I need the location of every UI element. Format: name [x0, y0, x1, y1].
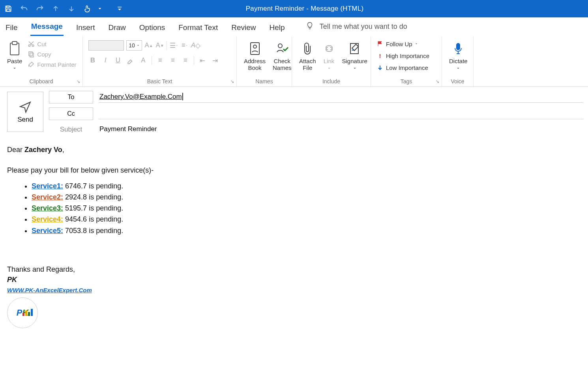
increase-font-icon[interactable]: A▲ — [144, 41, 153, 50]
down-icon[interactable] — [67, 4, 76, 13]
low-importance-button[interactable]: Low Importance — [375, 63, 431, 72]
tab-message[interactable]: Message — [30, 21, 64, 36]
scissors-icon — [28, 40, 35, 47]
copy-button[interactable]: Copy — [26, 50, 78, 58]
decrease-font-icon[interactable]: A▼ — [155, 41, 164, 50]
redo-icon[interactable] — [36, 4, 44, 13]
dialog-launcher-icon[interactable]: ↘ — [436, 79, 439, 84]
svg-point-11 — [278, 44, 282, 48]
high-importance-button[interactable]: ! High Importance — [375, 51, 431, 60]
arrow-down-icon — [376, 64, 384, 71]
tell-me-placeholder: Tell me what you want to do — [320, 23, 407, 31]
chevron-down-icon — [327, 64, 331, 71]
link-icon — [323, 40, 335, 57]
align-left-icon[interactable]: ≡ — [156, 56, 165, 65]
address-book-label: Address Book — [244, 58, 266, 71]
tab-options[interactable]: Options — [139, 23, 166, 36]
follow-up-button[interactable]: Follow Up — [375, 39, 431, 48]
group-basic-text: 10 A▲ A▼ ☰ ≡ A◇ B I U A ≡ ≡ ≡ ⇤ ⇥ — [83, 36, 237, 86]
bold-icon[interactable]: B — [88, 56, 97, 65]
align-center-icon[interactable]: ≡ — [169, 56, 177, 65]
font-name-dropdown[interactable] — [88, 40, 124, 51]
format-painter-button[interactable]: Format Painter — [26, 60, 78, 69]
service-value: 6746.7 is pending. — [65, 182, 123, 190]
tab-review[interactable]: Review — [230, 23, 257, 36]
signature-label: Signature — [342, 58, 367, 64]
format-painter-label: Format Painter — [37, 61, 76, 68]
chevron-down-icon[interactable] — [96, 4, 104, 13]
signature-url[interactable]: WWW.PK-AnExcelExpert.Com — [7, 287, 92, 293]
touch-mode-icon[interactable] — [83, 4, 92, 13]
service-label: Service1: — [32, 182, 63, 190]
subject-field[interactable]: Payment Reminder — [99, 124, 583, 135]
check-names-label: Check Names — [273, 58, 292, 71]
increase-indent-icon[interactable]: ⇥ — [211, 56, 219, 65]
paste-button[interactable]: Paste — [4, 39, 25, 73]
dictate-button[interactable]: Dictate — [446, 39, 471, 73]
dialog-launcher-icon[interactable]: ↘ — [230, 79, 234, 84]
svg-rect-7 — [29, 52, 32, 56]
group-label-basic-text: Basic Text — [147, 78, 172, 85]
window-title: Payment Reminder - Message (HTML) — [124, 5, 485, 13]
italic-icon[interactable]: I — [101, 56, 110, 65]
check-names-button[interactable]: Check Names — [270, 39, 295, 73]
follow-up-label: Follow Up — [386, 41, 412, 47]
align-right-icon[interactable]: ≡ — [181, 56, 190, 65]
tab-help[interactable]: Help — [269, 23, 286, 36]
qat-customize-icon[interactable] — [115, 4, 124, 13]
svg-rect-13 — [457, 43, 460, 50]
tab-format-text[interactable]: Format Text — [178, 23, 219, 36]
to-button[interactable]: To — [49, 91, 93, 103]
paperclip-icon — [302, 40, 313, 57]
cut-button[interactable]: Cut — [26, 39, 78, 48]
quick-access-toolbar — [4, 4, 124, 13]
link-button[interactable]: Link — [320, 39, 338, 73]
decrease-indent-icon[interactable]: ⇤ — [198, 56, 207, 65]
undo-icon[interactable] — [20, 4, 28, 13]
svg-rect-0 — [7, 6, 9, 8]
attach-file-label: Attach File — [299, 58, 316, 71]
bullets-icon[interactable]: ☰ — [169, 41, 178, 50]
numbering-icon[interactable]: ≡ — [180, 41, 189, 50]
paste-icon — [8, 40, 21, 57]
group-label-voice: Voice — [451, 78, 464, 85]
regards-line: Thanks and Regards, — [7, 264, 579, 274]
cc-button[interactable]: Cc — [49, 107, 93, 120]
tab-insert[interactable]: Insert — [75, 23, 96, 36]
svg-point-10 — [253, 45, 257, 48]
save-icon[interactable] — [4, 4, 13, 13]
tell-me-search[interactable]: Tell me what you want to do — [305, 21, 407, 36]
tab-draw[interactable]: Draw — [107, 23, 126, 36]
underline-icon[interactable]: U — [114, 56, 122, 65]
send-label: Send — [17, 116, 33, 124]
clear-format-icon[interactable]: A◇ — [191, 41, 200, 50]
cc-field[interactable] — [99, 108, 583, 119]
group-include: Attach File Link Signature Include — [292, 36, 371, 86]
group-voice: Dictate Voice — [442, 36, 474, 86]
microphone-icon — [453, 40, 463, 57]
ribbon: Paste Cut Copy Format Painter Clipboard↘ — [0, 36, 588, 87]
font-size-dropdown[interactable]: 10 — [126, 40, 142, 51]
high-importance-label: High Importance — [386, 53, 429, 59]
dialog-launcher-icon[interactable]: ↘ — [77, 79, 80, 84]
address-book-button[interactable]: Address Book — [241, 39, 269, 73]
service-value: 7053.8 is pending. — [65, 227, 123, 235]
service-value: 2924.8 is pending. — [65, 193, 123, 201]
highlight-icon[interactable] — [126, 56, 135, 65]
svg-rect-8 — [30, 53, 34, 57]
svg-rect-4 — [12, 41, 17, 45]
address-book-icon — [249, 40, 261, 57]
send-button[interactable]: Send — [7, 92, 43, 132]
attach-file-button[interactable]: Attach File — [296, 39, 319, 73]
tab-file[interactable]: File — [5, 23, 19, 36]
flag-icon — [376, 40, 384, 47]
lightbulb-icon — [305, 21, 314, 32]
signature-button[interactable]: Signature — [339, 39, 371, 73]
paintbrush-icon — [28, 61, 35, 68]
message-body[interactable]: Dear Zachery Vo, Please pay your bill fo… — [7, 135, 583, 328]
to-field[interactable]: Zachery.Vo@Example.Com — [99, 92, 583, 103]
salutation-line: Dear Zachery Vo, — [7, 145, 579, 155]
up-icon[interactable] — [51, 4, 60, 13]
send-icon — [19, 100, 32, 113]
font-color-icon[interactable]: A — [139, 56, 148, 65]
